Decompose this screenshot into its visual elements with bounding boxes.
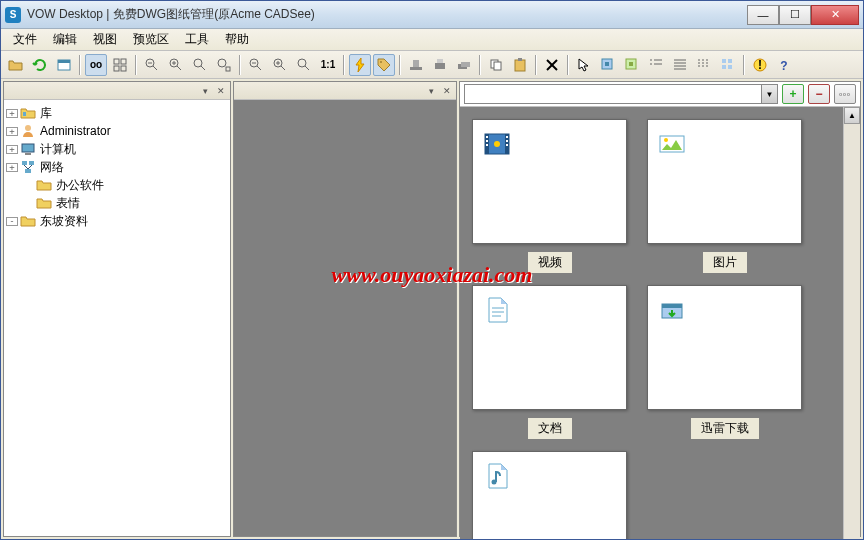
- tool-copy-icon[interactable]: [485, 54, 507, 76]
- tool-zoom-out-icon[interactable]: [141, 54, 163, 76]
- thumbnail-item[interactable]: 迅雷下载: [647, 285, 802, 439]
- pane-header: ▾ ✕: [234, 82, 456, 100]
- tree-item[interactable]: 表情: [6, 194, 228, 212]
- tool-print-icon[interactable]: [429, 54, 451, 76]
- tree-item[interactable]: +网络: [6, 158, 228, 176]
- menu-help[interactable]: 帮助: [217, 29, 257, 50]
- tool-stamp-icon[interactable]: [405, 54, 427, 76]
- pane-menu-icon[interactable]: ▾: [198, 84, 212, 98]
- tree-item[interactable]: +库: [6, 104, 228, 122]
- thumbnail-label: 视频: [528, 252, 572, 273]
- svg-rect-78: [506, 144, 508, 146]
- separator: [567, 55, 569, 75]
- collapse-icon[interactable]: -: [6, 217, 18, 226]
- titlebar[interactable]: S VOW Desktop | 免费DWG图纸管理(原Acme CADSee) …: [1, 1, 863, 29]
- tool-zoom-fit-icon[interactable]: [189, 54, 211, 76]
- expand-icon[interactable]: +: [6, 145, 18, 154]
- tool-refresh-folder-icon[interactable]: [5, 54, 27, 76]
- user-icon: [20, 123, 36, 139]
- add-button[interactable]: +: [782, 84, 804, 104]
- svg-rect-1: [58, 60, 70, 63]
- thumbnail-item[interactable]: [472, 451, 627, 539]
- expand-icon[interactable]: +: [6, 109, 18, 118]
- window-controls: — ☐ ✕: [747, 5, 859, 25]
- tree-item[interactable]: 办公软件: [6, 176, 228, 194]
- scroll-track[interactable]: [844, 124, 860, 539]
- svg-line-18: [257, 66, 261, 70]
- menu-edit[interactable]: 编辑: [45, 29, 85, 50]
- pane-menu-icon[interactable]: ▾: [424, 84, 438, 98]
- maximize-button[interactable]: ☐: [779, 5, 811, 25]
- tool-zoom-in2-icon[interactable]: [269, 54, 291, 76]
- remove-button[interactable]: −: [808, 84, 830, 104]
- svg-rect-65: [22, 161, 27, 165]
- expand-icon[interactable]: +: [6, 127, 18, 136]
- tool-paste-icon[interactable]: [509, 54, 531, 76]
- svg-rect-56: [722, 65, 726, 69]
- thumbnail-item[interactable]: 图片: [647, 119, 802, 273]
- tree-label: 东坡资料: [38, 212, 90, 231]
- menu-tools[interactable]: 工具: [177, 29, 217, 50]
- tool-delete-icon[interactable]: [541, 54, 563, 76]
- svg-rect-61: [23, 112, 26, 116]
- tree-item[interactable]: +计算机: [6, 140, 228, 158]
- tool-zoom-out2-icon[interactable]: [245, 54, 267, 76]
- scroll-up-icon[interactable]: ▲: [844, 107, 860, 124]
- folder-tree[interactable]: +库+Administrator+计算机+网络办公软件表情-东坡资料: [4, 100, 230, 536]
- preview-area[interactable]: [234, 100, 456, 536]
- tool-list-large-icon[interactable]: [645, 54, 667, 76]
- tool-zoom-page-icon[interactable]: [293, 54, 315, 76]
- tool-layers1-icon[interactable]: [597, 54, 619, 76]
- tool-info-icon[interactable]: !: [749, 54, 771, 76]
- toolbar: oo 1:1 ! ?: [1, 51, 863, 79]
- thumbnail-item[interactable]: 文档: [472, 285, 627, 439]
- tool-pointer-icon[interactable]: [573, 54, 595, 76]
- tool-zoom-in-icon[interactable]: [165, 54, 187, 76]
- thumbnail-item[interactable]: 视频: [472, 119, 627, 273]
- menu-view[interactable]: 视图: [85, 29, 125, 50]
- document-folder-icon: [472, 285, 627, 410]
- svg-rect-16: [226, 67, 230, 71]
- chevron-down-icon[interactable]: ▼: [761, 85, 777, 103]
- scrollbar-vertical[interactable]: ▲ ▼: [843, 107, 860, 539]
- tool-zoom-box-icon[interactable]: [213, 54, 235, 76]
- tool-print-batch-icon[interactable]: [453, 54, 475, 76]
- thumbnail-label: 迅雷下载: [691, 418, 759, 439]
- thumbnails-area[interactable]: 视频图片文档迅雷下载: [460, 107, 843, 539]
- path-combo[interactable]: ▼: [464, 84, 778, 104]
- tool-help-icon[interactable]: ?: [773, 54, 795, 76]
- svg-line-21: [281, 66, 285, 70]
- svg-rect-67: [25, 169, 31, 173]
- folder-lib-icon: [20, 105, 36, 121]
- tool-layers2-icon[interactable]: [621, 54, 643, 76]
- svg-rect-42: [629, 62, 633, 66]
- tree-item[interactable]: -东坡资料: [6, 212, 228, 230]
- picture-folder-icon: [647, 119, 802, 244]
- tool-window-icon[interactable]: [53, 54, 75, 76]
- more-button[interactable]: ▫▫▫: [834, 84, 856, 104]
- tool-grid-icon[interactable]: [717, 54, 739, 76]
- tool-zoom-1to1-icon[interactable]: 1:1: [317, 54, 339, 76]
- svg-rect-3: [121, 59, 126, 64]
- pane-close-icon[interactable]: ✕: [214, 84, 228, 98]
- tree-label: 库: [38, 104, 54, 123]
- minimize-button[interactable]: —: [747, 5, 779, 25]
- expand-icon[interactable]: +: [6, 163, 18, 172]
- svg-text:!: !: [758, 58, 762, 72]
- tree-item[interactable]: +Administrator: [6, 122, 228, 140]
- svg-rect-2: [114, 59, 119, 64]
- pane-close-icon[interactable]: ✕: [440, 84, 454, 98]
- tool-view-grid-icon[interactable]: [109, 54, 131, 76]
- tool-view-oo-icon[interactable]: oo: [85, 54, 107, 76]
- tool-list-compact-icon[interactable]: [693, 54, 715, 76]
- menu-file[interactable]: 文件: [5, 29, 45, 50]
- tool-refresh-icon[interactable]: [29, 54, 51, 76]
- menu-preview[interactable]: 预览区: [125, 29, 177, 50]
- tool-lightning-icon[interactable]: [349, 54, 371, 76]
- tool-tag-icon[interactable]: [373, 54, 395, 76]
- tool-list-detail-icon[interactable]: [669, 54, 691, 76]
- close-button[interactable]: ✕: [811, 5, 859, 25]
- svg-rect-73: [486, 136, 488, 138]
- svg-rect-34: [494, 62, 501, 70]
- svg-point-62: [25, 125, 31, 131]
